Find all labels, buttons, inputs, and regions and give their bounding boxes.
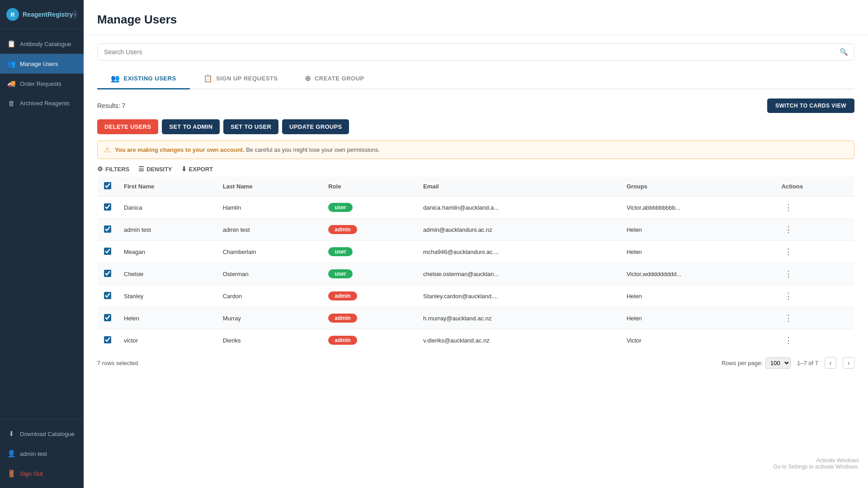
search-input[interactable] bbox=[97, 43, 854, 61]
actions-menu-button-1[interactable]: ⋮ bbox=[782, 202, 795, 213]
actions-menu-button-5[interactable]: ⋮ bbox=[782, 290, 795, 302]
cell-groups-4: Victor,wddddddddd... bbox=[620, 263, 775, 285]
cell-role-1: user bbox=[322, 197, 417, 219]
next-page-button[interactable]: › bbox=[843, 357, 854, 369]
tab-icon-create-group: ⊕ bbox=[305, 74, 311, 83]
sidebar-header: R ReagentRegistry ‹ bbox=[0, 0, 84, 29]
row-checkbox-5[interactable] bbox=[104, 292, 111, 299]
page-title: Manage Users bbox=[97, 13, 854, 27]
cell-groups-7: Victor bbox=[620, 329, 775, 352]
order-requests-icon: 🚚 bbox=[7, 80, 15, 88]
manage-users-icon: 👥 bbox=[7, 60, 15, 68]
sidebar-item-manage-users[interactable]: 👥 Manage Users bbox=[0, 54, 84, 74]
cell-role-4: user bbox=[322, 263, 417, 285]
delete-users-button[interactable]: DELETE USERS bbox=[97, 119, 158, 134]
role-badge-6: admin bbox=[328, 314, 357, 323]
col-role: Role bbox=[322, 177, 417, 197]
role-badge-2: admin bbox=[328, 225, 357, 234]
row-checkbox-cell-6 bbox=[98, 307, 118, 329]
row-checkbox-1[interactable] bbox=[104, 203, 111, 211]
cell-email-2: admin@aucklanduni.ac.nz bbox=[417, 219, 620, 241]
table-ctrl-density[interactable]: ☰ DENSITY bbox=[138, 165, 172, 173]
sidebar-item-sign-out[interactable]: 🚪 Sign Out bbox=[0, 464, 84, 483]
download-catalogue-icon: ⬇ bbox=[7, 430, 15, 438]
rows-per-page-select[interactable]: 100 25 50 bbox=[765, 357, 791, 369]
tab-existing-users[interactable]: 👥 EXISTING USERS bbox=[97, 69, 190, 89]
sidebar-item-order-requests[interactable]: 🚚 Order Requests bbox=[0, 74, 84, 94]
cell-groups-2: Helen bbox=[620, 219, 775, 241]
row-checkbox-7[interactable] bbox=[104, 336, 111, 343]
sidebar-item-antibody-catalogue[interactable]: 📋 Antibody Catalogue bbox=[0, 34, 84, 54]
actions-menu-button-3[interactable]: ⋮ bbox=[782, 246, 795, 258]
ctrl-label-export: EXPORT bbox=[189, 166, 213, 173]
row-checkbox-cell-3 bbox=[98, 241, 118, 263]
cell-email-3: mcha946@aucklanduni.ac.... bbox=[417, 241, 620, 263]
table-footer: 7 rows selected Rows per page: 100 25 50… bbox=[97, 357, 854, 369]
sidebar-logo-text: ReagentRegistry bbox=[23, 11, 73, 19]
sidebar-item-label: Manage Users bbox=[20, 61, 58, 67]
cell-email-5: Stanley.cardon@auckland.... bbox=[417, 285, 620, 307]
select-all-checkbox[interactable] bbox=[104, 182, 111, 189]
table-row: Stanley Cardon admin Stanley.cardon@auck… bbox=[98, 285, 854, 307]
cell-email-7: v.dieriks@auckland.ac.nz bbox=[417, 329, 620, 352]
page-range-label: 1–7 of 7 bbox=[797, 360, 818, 366]
col-actions: Actions bbox=[775, 177, 854, 197]
table-row: victor Dieriks admin v.dieriks@auckland.… bbox=[98, 329, 854, 352]
rows-per-page-selector: Rows per page: 100 25 50 bbox=[722, 357, 791, 369]
cell-first-name-5: Stanley bbox=[118, 285, 217, 307]
actions-menu-button-7[interactable]: ⋮ bbox=[782, 334, 795, 346]
set-to-user-button[interactable]: SET TO USER bbox=[223, 119, 278, 134]
row-checkbox-3[interactable] bbox=[104, 248, 111, 255]
table-row: Helen Murray admin h.murray@auckland.ac.… bbox=[98, 307, 854, 329]
row-checkbox-2[interactable] bbox=[104, 225, 111, 233]
row-checkbox-4[interactable] bbox=[104, 270, 111, 277]
admin-user-icon: 👤 bbox=[7, 450, 15, 458]
cell-role-3: user bbox=[322, 241, 417, 263]
table-row: Meagan Chamberlain user mcha946@auckland… bbox=[98, 241, 854, 263]
col-groups: Groups bbox=[620, 177, 775, 197]
sidebar-bottom: ⬇ Download Catalogue👤 admin test🚪 Sign O… bbox=[0, 419, 84, 488]
cell-actions-2: ⋮ bbox=[775, 219, 854, 241]
sidebar: R ReagentRegistry ‹ 📋 Antibody Catalogue… bbox=[0, 0, 84, 488]
cell-groups-1: Victor,abbbbbbbbb... bbox=[620, 197, 775, 219]
sidebar-nav: 📋 Antibody Catalogue👥 Manage Users🚚 Orde… bbox=[0, 29, 84, 419]
switch-view-button[interactable]: SWITCH TO CARDS VIEW bbox=[767, 99, 854, 113]
actions-menu-button-6[interactable]: ⋮ bbox=[782, 312, 795, 324]
prev-page-button[interactable]: ‹ bbox=[825, 357, 836, 369]
tab-sign-up-requests[interactable]: 📋 SIGN UP REQUESTS bbox=[190, 69, 292, 89]
actions-menu-button-2[interactable]: ⋮ bbox=[782, 224, 795, 235]
sidebar-item-archived-reagents[interactable]: 🗑 Archived Reagents bbox=[0, 94, 84, 113]
row-checkbox-cell-7 bbox=[98, 329, 118, 352]
row-checkbox-6[interactable] bbox=[104, 314, 111, 321]
table-row: Danica Hamlin user danica.hamlin@aucklan… bbox=[98, 197, 854, 219]
sidebar-item-label: admin test bbox=[20, 450, 47, 457]
warning-banner: ⚠ You are making changes to your own acc… bbox=[97, 141, 854, 159]
table-ctrl-filters[interactable]: ⚙ FILTERS bbox=[97, 165, 129, 173]
content-area: Results: 7 SWITCH TO CARDS VIEW DELETE U… bbox=[84, 89, 868, 378]
tab-create-group[interactable]: ⊕ CREATE GROUP bbox=[291, 69, 377, 89]
tab-label-sign-up-requests: SIGN UP REQUESTS bbox=[216, 75, 278, 82]
cell-actions-1: ⋮ bbox=[775, 197, 854, 219]
cell-role-6: admin bbox=[322, 307, 417, 329]
row-checkbox-cell-4 bbox=[98, 263, 118, 285]
ctrl-label-filters: FILTERS bbox=[105, 166, 129, 173]
set-to-admin-button[interactable]: SET TO ADMIN bbox=[162, 119, 220, 134]
cell-role-5: admin bbox=[322, 285, 417, 307]
table-body: Danica Hamlin user danica.hamlin@aucklan… bbox=[98, 197, 854, 352]
col-last-name: Last Name bbox=[217, 177, 322, 197]
col-email: Email bbox=[417, 177, 620, 197]
pagination-controls: Rows per page: 100 25 50 1–7 of 7 ‹ › bbox=[722, 357, 854, 369]
cell-groups-5: Helen bbox=[620, 285, 775, 307]
row-checkbox-cell-1 bbox=[98, 197, 118, 219]
update-groups-button[interactable]: UPDATE GROUPS bbox=[282, 119, 349, 134]
sidebar-item-download-catalogue[interactable]: ⬇ Download Catalogue bbox=[0, 424, 84, 444]
sidebar-item-admin-user[interactable]: 👤 admin test bbox=[0, 444, 84, 464]
ctrl-icon-filters: ⚙ bbox=[97, 165, 103, 173]
tab-label-existing-users: EXISTING USERS bbox=[124, 75, 176, 82]
cell-first-name-1: Danica bbox=[118, 197, 217, 219]
users-table: First NameLast NameRoleEmailGroupsAction… bbox=[97, 176, 854, 352]
sidebar-collapse-button[interactable]: ‹ bbox=[73, 9, 77, 19]
table-ctrl-export[interactable]: ⬇ EXPORT bbox=[181, 165, 213, 173]
cell-actions-6: ⋮ bbox=[775, 307, 854, 329]
actions-menu-button-4[interactable]: ⋮ bbox=[782, 268, 795, 280]
